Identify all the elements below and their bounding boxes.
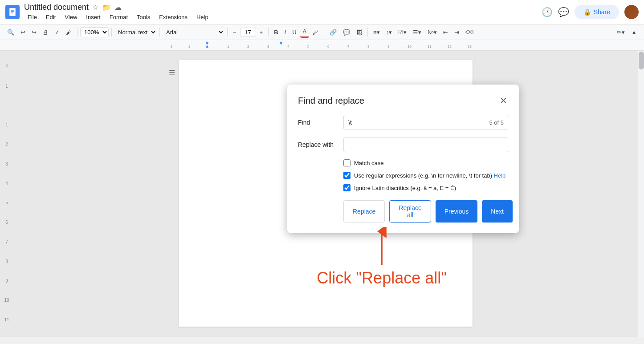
- find-input[interactable]: [343, 115, 508, 130]
- doc-title[interactable]: Untitled document: [24, 3, 89, 12]
- diacritics-label: Ignore Latin diacritics (e.g. ä = a, E =…: [354, 185, 456, 191]
- margin-num-5: 5: [0, 200, 13, 220]
- star-icon[interactable]: ☆: [92, 3, 98, 12]
- dialog-buttons: Replace Replace all Previous Next: [343, 200, 508, 223]
- italic-button[interactable]: I: [282, 27, 289, 37]
- list-check-button[interactable]: ☑▾: [395, 27, 409, 37]
- toolbar-divider-7: [367, 28, 368, 36]
- svg-text:8: 8: [367, 45, 370, 49]
- line-spacing-button[interactable]: ↕▾: [383, 27, 395, 37]
- menu-insert[interactable]: Insert: [82, 13, 104, 21]
- spellcheck-button[interactable]: ✓: [52, 27, 62, 37]
- title-icons: ☆ 📁 ☁: [92, 3, 122, 12]
- margin-num-4: 4: [0, 181, 13, 201]
- menu-file[interactable]: File: [24, 13, 41, 21]
- replace-label: Replace with: [298, 141, 338, 148]
- bold-button[interactable]: B: [271, 27, 281, 37]
- menu-tools[interactable]: Tools: [133, 13, 154, 21]
- align-button[interactable]: ≡▾: [371, 27, 383, 37]
- redo-button[interactable]: ↪: [29, 27, 39, 37]
- list-handle[interactable]: ☰: [169, 69, 175, 77]
- match-case-label: Match case: [354, 160, 383, 166]
- link-button[interactable]: 🔗: [327, 27, 339, 37]
- margin-num-neg2: 2: [0, 142, 13, 162]
- toolbar-divider-6: [324, 28, 324, 36]
- toolbar-divider-4: [227, 28, 228, 36]
- increase-indent-button[interactable]: ⇥: [452, 27, 462, 37]
- regex-label: Use regular expressions (e.g. \n for new…: [354, 172, 505, 179]
- collapse-button[interactable]: ▲: [628, 27, 640, 37]
- menu-help[interactable]: Help: [193, 13, 212, 21]
- undo-button[interactable]: ↩: [18, 27, 28, 37]
- right-scrollbar[interactable]: [638, 51, 644, 337]
- match-case-row: Match case: [343, 159, 508, 166]
- menu-format[interactable]: Format: [106, 13, 131, 21]
- history-icon[interactable]: 🕐: [542, 7, 553, 17]
- top-bar: Untitled document ☆ 📁 ☁ File Edit View I…: [0, 0, 644, 24]
- cloud-icon[interactable]: ☁: [114, 3, 122, 12]
- menu-edit[interactable]: Edit: [42, 13, 59, 21]
- close-dialog-button[interactable]: ✕: [499, 95, 508, 106]
- ruler-inner: -2 -1 . 1 2 3 4 5 6 7 8 9 10 11 12 13: [0, 40, 644, 50]
- dialog-title-text: Find and replace: [298, 96, 364, 106]
- numbered-list-button[interactable]: №▾: [425, 27, 440, 37]
- highlight-button[interactable]: 🖊: [310, 27, 321, 37]
- clear-format-button[interactable]: ⌫: [463, 27, 476, 37]
- replace-field: Replace with: [298, 137, 508, 152]
- margin-num-1: 1: [0, 84, 13, 103]
- increase-font-button[interactable]: +: [257, 27, 266, 37]
- print-button[interactable]: 🖨: [40, 27, 51, 37]
- margin-num-11: 11: [0, 317, 13, 337]
- menu-view[interactable]: View: [61, 13, 81, 21]
- margin-num-0: [0, 103, 13, 123]
- underline-button[interactable]: U: [289, 27, 299, 37]
- top-bar-right: 🕐 💬 🔒 Share: [542, 5, 639, 19]
- comment-button[interactable]: 💬: [340, 27, 353, 37]
- next-button[interactable]: Next: [482, 200, 513, 223]
- svg-text:-2: -2: [169, 45, 173, 49]
- bullet-list-button[interactable]: ☰▾: [410, 27, 424, 37]
- search-button[interactable]: 🔍: [4, 27, 17, 37]
- svg-marker-23: [280, 42, 282, 45]
- font-size-input[interactable]: [240, 28, 256, 37]
- match-case-checkbox[interactable]: [343, 159, 351, 166]
- regex-help-link[interactable]: Help: [494, 172, 506, 179]
- lock-icon: 🔒: [583, 8, 591, 16]
- share-button[interactable]: 🔒 Share: [575, 5, 619, 19]
- pencil-button[interactable]: ✏▾: [614, 27, 628, 37]
- paragraph-style-select[interactable]: Normal text Heading 1 Heading 2: [114, 28, 157, 37]
- decrease-indent-button[interactable]: ⇤: [440, 27, 451, 37]
- folder-icon[interactable]: 📁: [102, 3, 111, 12]
- decrease-font-button[interactable]: −: [230, 27, 239, 37]
- comment-icon[interactable]: 💬: [558, 7, 569, 17]
- image-button[interactable]: 🖼: [354, 27, 365, 37]
- replace-all-button[interactable]: Replace all: [389, 200, 431, 223]
- font-select[interactable]: Arial Times New Roman: [163, 28, 224, 37]
- svg-text:12: 12: [448, 45, 452, 49]
- svg-rect-0: [9, 8, 16, 16]
- replace-button[interactable]: Replace: [343, 200, 385, 223]
- zoom-select[interactable]: 100% 75% 125%: [80, 27, 109, 37]
- text-color-button[interactable]: A: [300, 26, 310, 38]
- margin-num-6: 6: [0, 220, 13, 239]
- toolbar-divider-2: [111, 28, 112, 36]
- toolbar-divider-5: [268, 28, 269, 36]
- left-margin: 2 1 1 2 3 4 5 6 7 8 9 10 11: [0, 51, 13, 337]
- find-label: Find: [298, 119, 338, 126]
- previous-button[interactable]: Previous: [436, 200, 477, 223]
- paint-format-button[interactable]: 🖌: [63, 27, 74, 37]
- regex-checkbox[interactable]: [343, 172, 351, 179]
- toolbar-divider-3: [159, 28, 160, 36]
- margin-num-8: 8: [0, 259, 13, 279]
- svg-text:1: 1: [227, 45, 229, 49]
- svg-text:7: 7: [347, 45, 350, 49]
- menu-extensions[interactable]: Extensions: [155, 13, 191, 21]
- doc-title-area: Untitled document ☆ 📁 ☁ File Edit View I…: [24, 3, 537, 21]
- share-label: Share: [594, 8, 610, 16]
- diacritics-checkbox[interactable]: [343, 184, 351, 191]
- replace-input[interactable]: [343, 137, 508, 152]
- svg-text:2: 2: [247, 45, 249, 49]
- svg-text:-1: -1: [187, 45, 191, 49]
- svg-text:4: 4: [287, 45, 289, 49]
- avatar[interactable]: [624, 5, 639, 19]
